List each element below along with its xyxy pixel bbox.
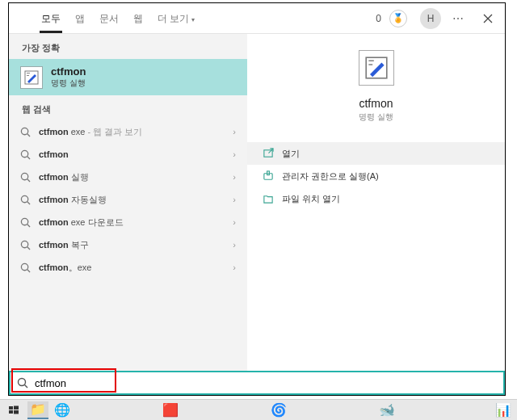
- tab-2[interactable]: 문서: [98, 4, 120, 33]
- chevron-right-icon: ›: [233, 149, 236, 159]
- search-input[interactable]: [35, 377, 497, 389]
- tab-3[interactable]: 웹: [132, 4, 145, 33]
- open-icon: [262, 148, 274, 160]
- web-result-1[interactable]: ctfmon›: [9, 143, 247, 166]
- chevron-right-icon: ›: [233, 195, 236, 204]
- action-label: 관리자 권한으로 실행(A): [282, 170, 379, 183]
- tab-0[interactable]: 모두: [40, 4, 62, 33]
- action-folder[interactable]: 파일 위치 열기: [247, 187, 505, 210]
- action-open[interactable]: 열기: [247, 142, 505, 165]
- taskbar: 📁 🌐 🟥 🌀 🐋 📊: [0, 399, 517, 420]
- best-match-label: 가장 정확: [9, 34, 247, 59]
- web-result-text: ctfmon 실행: [39, 171, 233, 183]
- search-bar[interactable]: [9, 371, 505, 395]
- rewards-icon[interactable]: 🏅: [389, 10, 407, 27]
- search-icon: [20, 195, 31, 205]
- web-result-text: ctfmon 자동실행: [39, 194, 233, 206]
- web-result-text: ctfmon exe - 웹 결과 보기: [39, 126, 233, 138]
- preview-pane: ctfmon 명령 실행 열기관리자 권한으로 실행(A)파일 위치 열기: [247, 34, 505, 371]
- chevron-right-icon: ›: [233, 217, 236, 227]
- close-button[interactable]: [476, 6, 500, 31]
- chevron-right-icon: ›: [233, 172, 236, 182]
- action-label: 열기: [282, 148, 300, 160]
- web-result-text: ctfmon。exe: [39, 262, 233, 274]
- web-result-0[interactable]: ctfmon exe - 웹 결과 보기›: [9, 120, 247, 143]
- web-result-3[interactable]: ctfmon 자동실행›: [9, 188, 247, 211]
- action-admin[interactable]: 관리자 권한으로 실행(A): [247, 165, 505, 187]
- more-menu-icon[interactable]: ⋯: [449, 12, 468, 25]
- taskbar-whale-icon[interactable]: 🐋: [376, 401, 397, 419]
- search-window: 모두앱문서웹더 보기▾ 0 🏅 H ⋯ 가장 정확 ctfmon 명령 실행 웹…: [8, 2, 506, 396]
- preview-title: ctfmon: [359, 97, 393, 110]
- best-match-title: ctfmon: [51, 65, 86, 78]
- best-match-subtitle: 명령 실행: [51, 78, 86, 89]
- body: 가장 정확 ctfmon 명령 실행 웹 검색 ctfmon exe - 웹 결…: [9, 34, 505, 371]
- search-icon: [20, 217, 31, 228]
- taskbar-excel-icon[interactable]: 📊: [493, 401, 514, 419]
- web-search-label: 웹 검색: [9, 95, 247, 120]
- account-avatar[interactable]: H: [420, 8, 441, 29]
- app-icon: [20, 66, 43, 89]
- best-match-item[interactable]: ctfmon 명령 실행: [9, 59, 247, 95]
- start-button[interactable]: [3, 401, 24, 419]
- results-pane: 가장 정확 ctfmon 명령 실행 웹 검색 ctfmon exe - 웹 결…: [9, 34, 247, 371]
- web-result-5[interactable]: ctfmon 복구›: [9, 233, 247, 256]
- header: 모두앱문서웹더 보기▾ 0 🏅 H ⋯: [9, 3, 505, 34]
- search-icon: [17, 377, 28, 388]
- preview-subtitle: 명령 실행: [359, 111, 393, 123]
- header-right: 0 🏅 H ⋯: [376, 6, 503, 31]
- chevron-right-icon: ›: [233, 262, 236, 272]
- web-result-2[interactable]: ctfmon 실행›: [9, 166, 247, 188]
- search-icon: [20, 127, 31, 137]
- action-label: 파일 위치 열기: [282, 193, 340, 205]
- rewards-points: 0: [376, 13, 381, 24]
- search-icon: [20, 240, 31, 250]
- chevron-down-icon: ▾: [191, 16, 195, 23]
- web-result-4[interactable]: ctfmon exe 다운로드›: [9, 211, 247, 233]
- taskbar-edge-icon[interactable]: 🌀: [268, 401, 289, 419]
- preview-actions: 열기관리자 권한으로 실행(A)파일 위치 열기: [247, 142, 505, 210]
- taskbar-app-icon[interactable]: 🟥: [160, 401, 181, 419]
- search-icon: [20, 172, 31, 183]
- tabs: 모두앱문서웹더 보기▾: [40, 4, 196, 33]
- tab-4[interactable]: 더 보기▾: [156, 4, 196, 33]
- web-result-text: ctfmon exe 다운로드: [39, 216, 233, 229]
- chevron-right-icon: ›: [233, 127, 236, 136]
- preview-app-icon: [359, 50, 394, 86]
- taskbar-explorer-icon[interactable]: 📁: [27, 401, 48, 419]
- search-icon: [20, 262, 31, 273]
- search-icon: [20, 149, 31, 160]
- chevron-right-icon: ›: [233, 240, 236, 250]
- tab-1[interactable]: 앱: [74, 4, 86, 33]
- taskbar-chrome-icon[interactable]: 🌐: [52, 401, 73, 419]
- folder-icon: [262, 193, 274, 205]
- admin-icon: [262, 170, 274, 183]
- web-result-6[interactable]: ctfmon。exe›: [9, 256, 247, 279]
- web-result-text: ctfmon: [39, 149, 233, 159]
- web-result-text: ctfmon 복구: [39, 239, 233, 251]
